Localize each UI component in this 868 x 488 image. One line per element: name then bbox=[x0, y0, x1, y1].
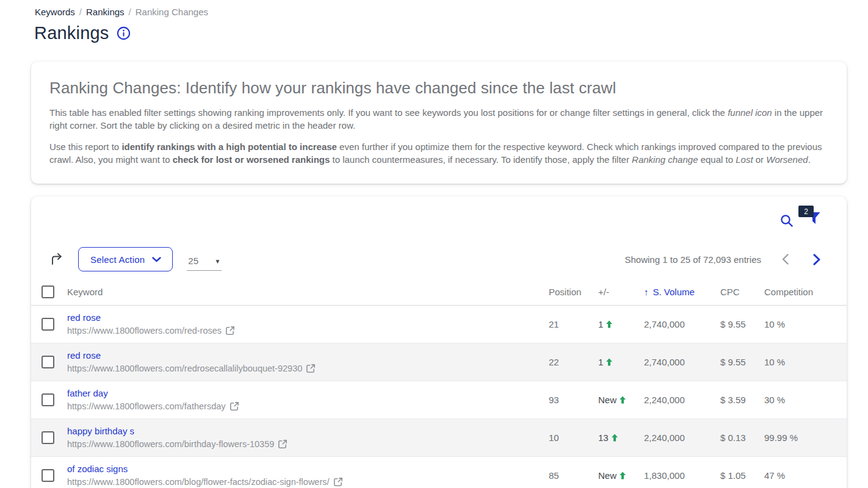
row-checkbox[interactable] bbox=[42, 469, 54, 482]
position-value: 85 bbox=[549, 456, 598, 488]
competition-value: 99.99 % bbox=[764, 418, 847, 456]
volume-value: 2,240,000 bbox=[644, 381, 720, 418]
competition-value: 30 % bbox=[764, 381, 847, 418]
competition-value: 10 % bbox=[764, 305, 847, 343]
volume-value: 2,240,000 bbox=[644, 418, 720, 456]
volume-value: 2,740,000 bbox=[644, 343, 720, 381]
breadcrumb-current: Ranking Changes bbox=[136, 7, 208, 17]
external-link-icon[interactable] bbox=[278, 439, 288, 449]
change-value: 1 bbox=[598, 305, 644, 343]
table-row: red rose https://www.1800flowers.com/red… bbox=[31, 343, 847, 381]
table-header-row: Keyword Position +/- ↑S. Volume CPC Comp… bbox=[31, 279, 847, 305]
column-header-volume[interactable]: ↑S. Volume bbox=[644, 279, 720, 305]
position-value: 93 bbox=[549, 381, 598, 418]
external-link-icon[interactable] bbox=[333, 477, 343, 487]
next-page-button[interactable] bbox=[809, 251, 825, 267]
keyword-link[interactable]: red rose bbox=[67, 312, 549, 323]
select-action-button[interactable]: Select Action bbox=[78, 247, 173, 271]
card-paragraph-1: This table has enabled filter settings s… bbox=[49, 106, 828, 132]
competition-value: 10 % bbox=[764, 343, 847, 381]
breadcrumb-separator: / bbox=[79, 7, 82, 17]
table-row: of zodiac signs https://www.1800flowers.… bbox=[31, 456, 847, 488]
breadcrumb: Keywords/Rankings/Ranking Changes bbox=[35, 7, 208, 17]
description-card: Ranking Changes: Identify how your ranki… bbox=[31, 62, 847, 184]
breadcrumb-rankings[interactable]: Rankings bbox=[86, 7, 125, 17]
row-checkbox[interactable] bbox=[42, 431, 54, 444]
change-value: New bbox=[598, 381, 644, 418]
ranking-url: https://www.1800flowers.com/redrosecalla… bbox=[67, 364, 302, 373]
volume-value: 2,740,000 bbox=[644, 305, 720, 343]
cpc-value: $ 9.55 bbox=[720, 305, 764, 343]
keyword-link[interactable]: father day bbox=[67, 388, 549, 398]
cpc-value: $ 0.13 bbox=[720, 418, 764, 456]
row-checkbox[interactable] bbox=[42, 393, 54, 406]
sort-ascending-icon: ↑ bbox=[644, 287, 649, 297]
info-icon[interactable] bbox=[117, 26, 131, 40]
volume-value: 1,830,000 bbox=[644, 456, 720, 488]
ranking-url: https://www.1800flowers.com/red-roses bbox=[67, 326, 222, 336]
competition-value: 47 % bbox=[764, 456, 847, 488]
card-title: Ranking Changes: Identify how your ranki… bbox=[49, 79, 828, 98]
change-value: 13 bbox=[598, 418, 644, 456]
chevron-down-icon bbox=[152, 257, 161, 262]
rankings-table: Keyword Position +/- ↑S. Volume CPC Comp… bbox=[31, 279, 847, 488]
position-value: 10 bbox=[549, 418, 598, 456]
position-value: 21 bbox=[549, 305, 598, 343]
change-value: New bbox=[598, 456, 644, 488]
ranking-table-card: 2 Select Action 25 ▼ Showing 1 to 25 of … bbox=[31, 196, 847, 488]
external-link-icon[interactable] bbox=[225, 326, 235, 336]
search-icon[interactable] bbox=[779, 214, 794, 231]
filter-count-badge: 2 bbox=[798, 206, 814, 217]
external-link-icon[interactable] bbox=[306, 364, 316, 373]
table-row: red rose https://www.1800flowers.com/red… bbox=[31, 305, 847, 343]
showing-entries-text: Showing 1 to 25 of 72,093 entries bbox=[625, 254, 762, 265]
table-row: happy birthday s https://www.1800flowers… bbox=[31, 418, 847, 456]
position-value: 22 bbox=[549, 343, 598, 381]
page-title: Rankings bbox=[34, 23, 109, 43]
cpc-value: $ 1.05 bbox=[720, 456, 764, 488]
column-header-keyword[interactable]: Keyword bbox=[67, 279, 549, 305]
filter-funnel-button[interactable]: 2 bbox=[798, 206, 829, 230]
keyword-link[interactable]: red rose bbox=[67, 350, 549, 361]
column-header-competition[interactable]: Competition bbox=[764, 279, 847, 305]
keyword-link[interactable]: happy birthday s bbox=[67, 426, 549, 436]
keyword-link[interactable]: of zodiac signs bbox=[67, 464, 549, 474]
arrow-up-icon bbox=[611, 434, 618, 442]
ranking-url: https://www.1800flowers.com/blog/flower-… bbox=[67, 477, 330, 487]
breadcrumb-keywords[interactable]: Keywords bbox=[35, 7, 75, 17]
cpc-value: $ 3.59 bbox=[720, 381, 764, 418]
ranking-url: https://www.1800flowers.com/fathersday bbox=[67, 401, 226, 411]
select-all-checkbox[interactable] bbox=[42, 285, 54, 298]
row-checkbox[interactable] bbox=[42, 356, 54, 368]
column-header-cpc[interactable]: CPC bbox=[720, 279, 764, 305]
previous-page-button[interactable] bbox=[777, 251, 793, 267]
row-checkbox[interactable] bbox=[42, 318, 54, 331]
export-icon[interactable] bbox=[49, 252, 64, 267]
arrow-up-icon bbox=[606, 320, 613, 328]
arrow-up-icon bbox=[606, 358, 613, 366]
caret-down-icon: ▼ bbox=[214, 257, 220, 266]
external-link-icon[interactable] bbox=[230, 401, 239, 411]
column-header-position[interactable]: Position bbox=[549, 279, 598, 305]
ranking-url: https://www.1800flowers.com/birthday-flo… bbox=[67, 439, 274, 449]
arrow-up-icon bbox=[619, 472, 626, 479]
cpc-value: $ 9.55 bbox=[720, 343, 764, 381]
arrow-up-icon bbox=[619, 396, 626, 404]
page-size-select[interactable]: 25 ▼ bbox=[187, 251, 222, 271]
table-row: father day https://www.1800flowers.com/f… bbox=[31, 381, 847, 418]
card-paragraph-2: Use this report to identify rankings wit… bbox=[49, 140, 828, 166]
change-value: 1 bbox=[598, 343, 644, 381]
breadcrumb-separator: / bbox=[129, 7, 131, 17]
column-header-change[interactable]: +/- bbox=[598, 279, 644, 305]
